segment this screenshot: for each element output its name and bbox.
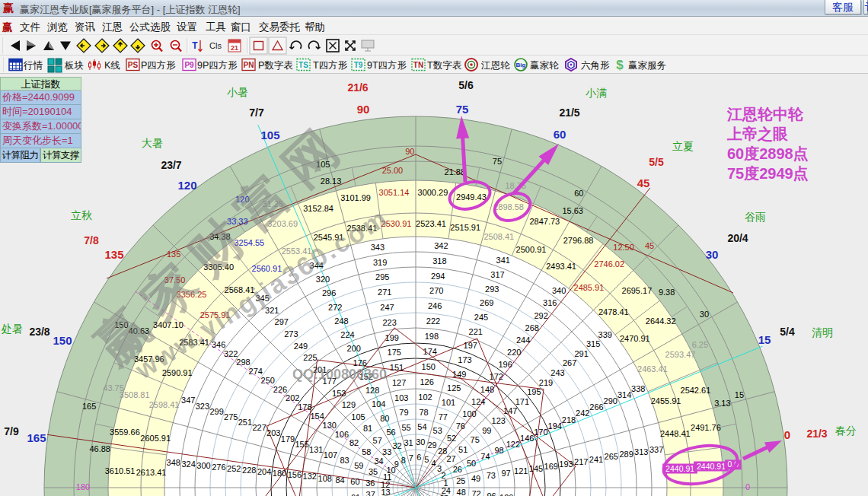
svg-text:2746.02: 2746.02: [594, 259, 624, 269]
svg-text:34: 34: [374, 456, 383, 466]
svg-text:73: 73: [487, 471, 496, 480]
svg-text:108: 108: [318, 474, 332, 483]
svg-text:78: 78: [419, 408, 428, 417]
svg-text:53: 53: [433, 426, 442, 435]
svg-text:2440.91: 2440.91: [697, 462, 726, 471]
svg-text:2796.88: 2796.88: [563, 236, 594, 245]
svg-text:270: 270: [429, 286, 443, 295]
svg-text:33: 33: [382, 447, 391, 456]
svg-text:28: 28: [438, 447, 447, 456]
svg-text:197: 197: [464, 341, 477, 350]
svg-text:221: 221: [469, 327, 483, 336]
svg-text:252: 252: [227, 464, 241, 473]
svg-text:294: 294: [431, 272, 445, 281]
svg-text:300: 300: [196, 461, 210, 470]
svg-text:处暑: 处暑: [1, 323, 23, 335]
svg-text:100: 100: [462, 409, 476, 418]
svg-text:314: 314: [617, 390, 631, 399]
svg-text:83: 83: [340, 456, 349, 465]
svg-text:2695.17: 2695.17: [622, 286, 653, 295]
svg-text:178: 178: [298, 402, 311, 412]
svg-text:341: 341: [496, 256, 510, 265]
svg-text:30: 30: [706, 248, 719, 261]
svg-text:84: 84: [335, 475, 344, 485]
svg-text:T: T: [192, 40, 198, 51]
svg-text:75: 75: [456, 103, 469, 116]
svg-text:122: 122: [506, 440, 520, 449]
svg-text:313: 313: [634, 447, 648, 456]
svg-text:242: 242: [576, 409, 589, 418]
svg-text:106: 106: [335, 430, 349, 439]
svg-text:23/7: 23/7: [161, 159, 181, 171]
svg-text:146: 146: [520, 434, 534, 443]
svg-text:3559.66: 3559.66: [110, 428, 140, 437]
svg-text:15: 15: [735, 390, 744, 399]
svg-text:0: 0: [745, 482, 750, 491]
svg-text:107: 107: [324, 450, 337, 459]
svg-text:149: 149: [452, 370, 466, 379]
svg-text:2440.91: 2440.91: [665, 464, 694, 473]
svg-text:2493.41: 2493.41: [546, 262, 576, 271]
svg-text:175: 175: [388, 348, 401, 357]
svg-text:30: 30: [700, 310, 709, 319]
svg-text:23/8: 23/8: [29, 326, 49, 338]
svg-text:12.50: 12.50: [613, 243, 634, 252]
svg-text:K线: K线: [104, 60, 120, 71]
svg-text:165: 165: [27, 431, 46, 444]
svg-text:196: 196: [498, 360, 512, 369]
svg-text:342: 342: [434, 241, 448, 250]
svg-text:291: 291: [574, 349, 588, 358]
svg-text:7/7: 7/7: [249, 107, 264, 119]
svg-text:125: 125: [447, 383, 461, 393]
svg-text:赢家轮: 赢家轮: [530, 60, 559, 71]
svg-text:2598.41: 2598.41: [149, 400, 180, 409]
svg-text:小暑: 小暑: [227, 86, 248, 98]
svg-text:61: 61: [351, 493, 360, 496]
svg-text:2515.91: 2515.91: [450, 223, 480, 232]
svg-text:322: 322: [224, 349, 238, 358]
svg-text:2847.73: 2847.73: [529, 217, 560, 226]
svg-text:169: 169: [544, 462, 558, 471]
svg-text:立夏: 立夏: [672, 140, 694, 152]
svg-text:319: 319: [373, 258, 387, 267]
svg-text:板块: 板块: [64, 60, 84, 71]
svg-text:54: 54: [417, 422, 426, 431]
svg-text:81: 81: [363, 424, 372, 433]
svg-text:98: 98: [494, 446, 503, 455]
svg-text:T9: T9: [354, 61, 363, 69]
svg-text:80: 80: [380, 414, 389, 423]
svg-text:48: 48: [457, 488, 466, 496]
svg-text:97: 97: [501, 469, 510, 478]
svg-text:267: 267: [563, 358, 576, 367]
svg-text:6.25: 6.25: [692, 340, 708, 349]
svg-text:60: 60: [350, 477, 359, 486]
svg-text:2470.91: 2470.91: [620, 334, 650, 343]
svg-text:58: 58: [362, 447, 371, 456]
svg-text:56: 56: [386, 428, 395, 437]
svg-text:P9: P9: [184, 61, 194, 69]
svg-text:3: 3: [437, 464, 442, 473]
svg-text:147: 147: [503, 406, 517, 415]
svg-text:268: 268: [525, 323, 539, 332]
svg-text:276: 276: [212, 463, 225, 472]
svg-text:155: 155: [295, 440, 308, 449]
svg-text:154: 154: [310, 412, 324, 421]
svg-text:101: 101: [442, 398, 455, 407]
svg-text:245: 245: [474, 313, 488, 322]
svg-text:52: 52: [447, 434, 456, 443]
svg-text:55: 55: [401, 423, 410, 432]
svg-text:151: 151: [390, 363, 404, 372]
svg-text:171: 171: [515, 397, 529, 406]
svg-text:Big: Big: [516, 62, 526, 68]
svg-text:103: 103: [394, 393, 408, 402]
svg-text:15: 15: [758, 333, 771, 346]
svg-text:3000.29: 3000.29: [418, 188, 448, 197]
svg-text:243: 243: [550, 368, 564, 377]
svg-text:120: 120: [499, 493, 513, 496]
svg-text:82: 82: [349, 438, 359, 447]
svg-text:272: 272: [328, 303, 342, 312]
svg-text:266: 266: [589, 402, 603, 412]
svg-text:198: 198: [425, 332, 439, 341]
svg-text:150: 150: [53, 334, 72, 347]
svg-text:202: 202: [286, 393, 299, 402]
